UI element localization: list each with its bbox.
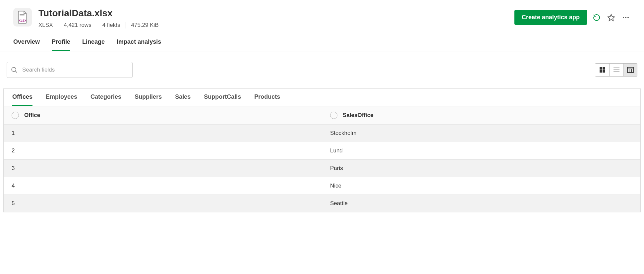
svg-rect-16 (627, 67, 633, 73)
cell-office: 3 (4, 160, 322, 177)
cell-salesoffice: Seattle (322, 195, 641, 212)
sheet-tab-suppliers[interactable]: Suppliers (135, 89, 162, 106)
svg-point-4 (623, 17, 624, 18)
data-table: OfficeSalesOffice 1Stockholm2Lund3Paris4… (4, 106, 640, 212)
title-block: TutorialData.xlsx XLSX 4,421 rows 4 fiel… (38, 8, 164, 28)
sheet-tab-employees[interactable]: Employees (46, 89, 77, 106)
header: XLSX TutorialData.xlsx XLSX 4,421 rows 4… (0, 0, 644, 34)
meta-rows: 4,421 rows (58, 22, 96, 28)
more-icon[interactable] (621, 13, 631, 23)
table-row[interactable]: 2Lund (4, 142, 640, 160)
refresh-icon[interactable] (592, 13, 602, 23)
table-row[interactable]: 4Nice (4, 177, 640, 195)
meta-size: 475.29 KiB (126, 22, 164, 28)
view-toggle (595, 63, 637, 77)
sheet-tab-categories[interactable]: Categories (90, 89, 121, 106)
cell-salesoffice: Nice (322, 177, 641, 195)
table-row[interactable]: 3Paris (4, 160, 640, 177)
sheet-tab-offices[interactable]: Offices (12, 89, 32, 106)
cell-salesoffice: Lund (322, 142, 641, 160)
svg-rect-11 (600, 70, 602, 73)
tab-overview[interactable]: Overview (13, 34, 40, 51)
tab-impact-analysis[interactable]: Impact analysis (117, 34, 161, 51)
search-icon (11, 66, 18, 74)
cell-office: 1 (4, 125, 322, 142)
search-input[interactable] (7, 62, 133, 78)
cell-office: 2 (4, 142, 322, 160)
toolbar (0, 51, 644, 88)
svg-rect-10 (603, 67, 605, 70)
cell-salesoffice: Stockholm (322, 125, 641, 142)
sheet-tab-sales[interactable]: Sales (175, 89, 191, 106)
column-header-salesoffice[interactable]: SalesOffice (322, 106, 641, 125)
column-label: Office (24, 112, 40, 119)
cell-office: 5 (4, 195, 322, 212)
meta-fields: 4 fields (97, 22, 126, 28)
create-analytics-button[interactable]: Create analytics app (514, 10, 587, 25)
svg-point-5 (625, 17, 626, 18)
column-label: SalesOffice (343, 112, 374, 119)
view-grid-button[interactable] (595, 64, 609, 76)
primary-tabs: OverviewProfileLineageImpact analysis (0, 34, 644, 51)
column-header-office[interactable]: Office (4, 106, 322, 125)
meta-row: XLSX 4,421 rows 4 fields 475.29 KiB (38, 22, 164, 28)
svg-rect-9 (600, 67, 602, 70)
tab-profile[interactable]: Profile (52, 34, 70, 51)
svg-point-7 (12, 67, 16, 72)
table-body: 1Stockholm2Lund3Paris4Nice5Seattle (4, 125, 640, 212)
header-right: Create analytics app (514, 10, 631, 25)
meta-filetype: XLSX (38, 22, 58, 28)
column-select-radio[interactable] (330, 112, 337, 119)
sheet-tab-products[interactable]: Products (254, 89, 280, 106)
view-list-button[interactable] (609, 64, 623, 76)
search-wrap (7, 62, 133, 78)
table-row[interactable]: 1Stockholm (4, 125, 640, 142)
svg-marker-3 (608, 14, 615, 21)
cell-salesoffice: Paris (322, 160, 641, 177)
sheet-area: OfficesEmployeesCategoriesSuppliersSales… (3, 88, 641, 212)
view-table-button[interactable] (623, 64, 637, 76)
svg-line-8 (16, 71, 17, 73)
column-select-radio[interactable] (12, 112, 19, 119)
sheet-tab-supportcalls[interactable]: SupportCalls (204, 89, 241, 106)
page-title: TutorialData.xlsx (38, 8, 164, 19)
table-row[interactable]: 5Seattle (4, 195, 640, 212)
svg-text:XLSX: XLSX (19, 19, 27, 22)
svg-rect-12 (603, 70, 605, 73)
file-xlsx-icon: XLSX (13, 8, 32, 27)
sheet-tabs: OfficesEmployeesCategoriesSuppliersSales… (4, 89, 640, 106)
tab-lineage[interactable]: Lineage (82, 34, 105, 51)
svg-point-6 (627, 17, 629, 18)
star-icon[interactable] (606, 13, 616, 23)
cell-office: 4 (4, 177, 322, 195)
header-left: XLSX TutorialData.xlsx XLSX 4,421 rows 4… (13, 8, 164, 28)
table-header-row: OfficeSalesOffice (4, 106, 640, 125)
